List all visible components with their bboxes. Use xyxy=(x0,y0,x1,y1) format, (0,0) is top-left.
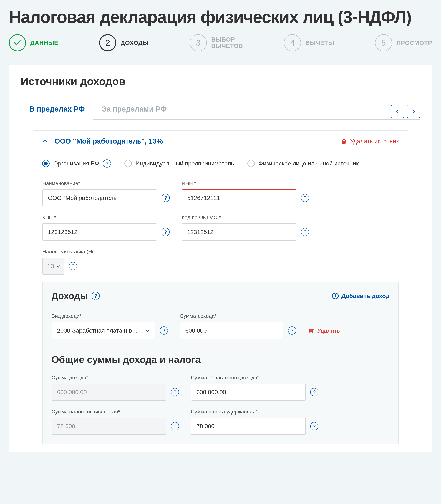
totals-row-1: Сумма дохода* ? Сумма облагаемого дохода… xyxy=(51,375,390,401)
radio-organization[interactable]: Организация РФ ? xyxy=(42,159,111,168)
input-oktmo[interactable] xyxy=(182,223,297,240)
field-tax-calculated: Сумма налога исчисленная* ? xyxy=(51,409,179,435)
field-name: Наименование* ? xyxy=(42,180,170,206)
field-sum-income: Сумма дохода* ? xyxy=(51,375,179,401)
chevron-up-icon xyxy=(42,139,48,144)
help-icon[interactable]: ? xyxy=(288,327,296,335)
help-icon[interactable]: ? xyxy=(171,388,179,396)
help-icon[interactable]: ? xyxy=(160,327,168,335)
step-separator xyxy=(154,43,185,43)
step-5[interactable]: 5 ПРОСМОТР xyxy=(375,34,432,51)
help-icon[interactable]: ? xyxy=(69,262,77,270)
radio-individual[interactable]: Физическое лицо или иной источник xyxy=(247,160,359,167)
radio-label: Индивидуальный предприниматель xyxy=(135,160,234,167)
prev-button[interactable] xyxy=(391,105,404,118)
trash-icon xyxy=(341,138,347,144)
add-income-button[interactable]: Добавить доход xyxy=(332,292,390,299)
nav-arrows xyxy=(391,105,420,119)
input-name[interactable] xyxy=(42,189,157,206)
radio-entrepreneur[interactable]: Индивидуальный предприниматель xyxy=(124,160,234,167)
source-toggle[interactable]: ООО "Мой работодатель", 13% xyxy=(42,137,163,145)
step-4[interactable]: 4 ВЫЧЕТЫ xyxy=(284,34,334,51)
label-oktmo: Код по ОКТМО * xyxy=(182,215,309,220)
radio-icon xyxy=(247,160,255,167)
input-income-sum[interactable] xyxy=(180,322,284,339)
help-icon[interactable]: ? xyxy=(310,388,318,396)
chevron-down-icon xyxy=(142,322,153,339)
page-title: Налоговая декларация физических лиц (3-Н… xyxy=(9,7,432,27)
next-button[interactable] xyxy=(407,105,420,118)
help-icon[interactable]: ? xyxy=(301,228,309,236)
step-number: 4 xyxy=(284,34,301,51)
step-3[interactable]: 3 ВЫБОР ВЫЧЕТОВ xyxy=(190,34,243,51)
totals-title: Общие суммы дохода и налога xyxy=(51,354,390,365)
select-income-type[interactable]: 2000-Заработная плата и возн… xyxy=(51,322,155,339)
source-type-radios: Организация РФ ? Индивидуальный предприн… xyxy=(42,159,399,168)
delete-income-button[interactable]: Удалить xyxy=(308,327,340,339)
label-tax-calculated: Сумма налога исчисленная* xyxy=(51,409,179,415)
trash-icon xyxy=(308,328,314,334)
label-tax-rate: Налоговая ставка (%) xyxy=(42,249,399,255)
main-card: Источники доходов В пределах РФ За преде… xyxy=(9,65,432,452)
field-oktmo: Код по ОКТМО * ? xyxy=(182,215,309,240)
tabs-row: В пределах РФ За пределами РФ xyxy=(21,99,420,119)
field-kpp: КПП * ? xyxy=(42,215,170,240)
input-sum-income xyxy=(51,384,166,401)
radio-label: Организация РФ xyxy=(53,160,99,167)
form-row-2: КПП * ? Код по ОКТМО * ? xyxy=(42,215,399,240)
income-title: Доходы xyxy=(51,291,88,301)
field-tax-withheld: Сумма налога удержанная* ? xyxy=(191,409,318,435)
step-label: ВЫЧЕТЫ xyxy=(305,39,334,46)
input-inn[interactable] xyxy=(182,189,297,206)
help-icon[interactable]: ? xyxy=(162,194,170,202)
tabs: В пределах РФ За пределами РФ xyxy=(21,99,175,119)
step-number: 3 xyxy=(190,34,207,51)
field-income-type: Вид дохода* 2000-Заработная плата и возн… xyxy=(51,313,168,339)
select-tax-rate[interactable]: 13 xyxy=(42,258,64,275)
step-label: ДАННЫЕ xyxy=(30,39,58,46)
radio-label: Физическое лицо или иной источник xyxy=(258,160,359,167)
tab-foreign[interactable]: За пределами РФ xyxy=(93,99,175,120)
chevron-right-icon xyxy=(411,108,416,115)
field-sum-taxable: Сумма облагаемого дохода* ? xyxy=(191,375,318,401)
help-icon[interactable]: ? xyxy=(162,228,170,236)
delete-source-button[interactable]: Удалить источник xyxy=(341,138,399,145)
help-icon[interactable]: ? xyxy=(310,422,318,430)
label-sum-taxable: Сумма облагаемого дохода* xyxy=(191,375,318,381)
step-label: ВЫБОР ВЫЧЕТОВ xyxy=(211,36,243,49)
input-tax-withheld[interactable] xyxy=(191,418,306,435)
label-sum-income: Сумма дохода* xyxy=(51,375,179,381)
select-value: 2000-Заработная плата и возн… xyxy=(57,327,139,334)
step-separator xyxy=(248,43,279,43)
form-row-1: Наименование* ? ИНН * ? xyxy=(42,180,399,206)
help-icon[interactable]: ? xyxy=(92,292,100,300)
step-1[interactable]: ДАННЫЕ xyxy=(9,34,58,51)
source-title: ООО "Мой работодатель", 13% xyxy=(54,137,163,145)
label-income-type: Вид дохода* xyxy=(51,313,168,319)
radio-icon xyxy=(42,160,50,167)
label-inn: ИНН * xyxy=(182,180,309,186)
delete-income-label: Удалить xyxy=(317,327,340,334)
step-label: ДОХОДЫ xyxy=(121,39,149,46)
delete-source-label: Удалить источник xyxy=(350,138,399,145)
radio-icon xyxy=(124,160,132,167)
label-name: Наименование* xyxy=(42,180,170,186)
step-2[interactable]: 2 ДОХОДЫ xyxy=(99,34,149,51)
add-income-label: Добавить доход xyxy=(342,293,390,299)
field-inn: ИНН * ? xyxy=(182,180,309,206)
tab-domestic[interactable]: В пределах РФ xyxy=(21,99,93,120)
help-icon[interactable]: ? xyxy=(103,159,111,168)
chevron-left-icon xyxy=(395,108,400,115)
page: Налоговая декларация физических лиц (3-Н… xyxy=(0,0,441,452)
help-icon[interactable]: ? xyxy=(171,422,179,430)
input-sum-taxable[interactable] xyxy=(191,384,306,401)
stepper: ДАННЫЕ 2 ДОХОДЫ 3 ВЫБОР ВЫЧЕТОВ 4 ВЫЧЕТЫ… xyxy=(9,34,432,51)
input-kpp[interactable] xyxy=(42,223,157,240)
source-panel: ООО "Мой работодатель", 13% Удалить исто… xyxy=(33,130,408,444)
help-icon[interactable]: ? xyxy=(301,194,309,202)
totals-row-2: Сумма налога исчисленная* ? Сумма налога… xyxy=(51,409,390,435)
input-tax-calculated xyxy=(51,418,166,435)
plus-circle-icon xyxy=(332,292,339,299)
field-income-sum: Сумма дохода* ? xyxy=(180,313,296,339)
label-kpp: КПП * xyxy=(42,215,170,220)
